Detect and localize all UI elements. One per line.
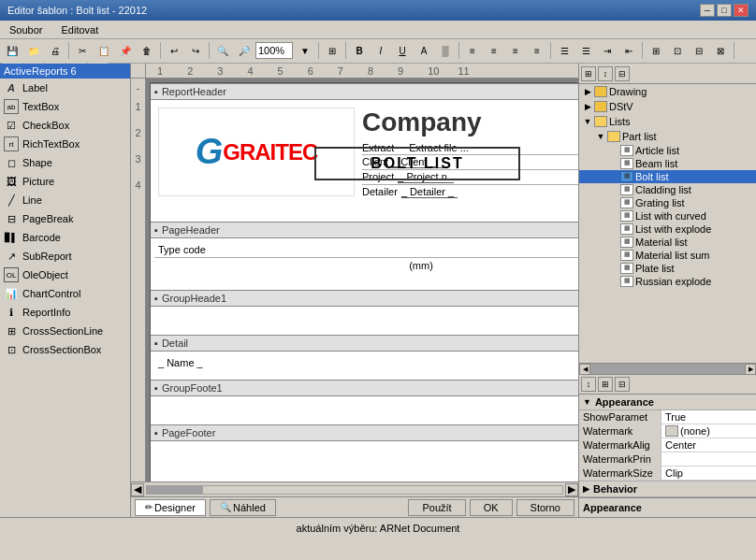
group-header-section-label[interactable]: ▪ GroupHeade1: [151, 290, 578, 307]
menu-editovat[interactable]: Editovat: [55, 23, 104, 36]
minimize-button[interactable]: ─: [700, 4, 715, 17]
list1-button[interactable]: ☰: [554, 41, 574, 60]
highlight-button[interactable]: ▒: [435, 41, 456, 60]
extra2-button[interactable]: ⊡: [667, 41, 688, 60]
tool-textbox[interactable]: ab TextBox: [0, 97, 130, 116]
close-button[interactable]: ✕: [734, 4, 749, 17]
tree-list-curved[interactable]: ▦ List with curved: [579, 209, 756, 223]
bold-button[interactable]: B: [349, 41, 370, 60]
tree-article-list[interactable]: ▦ Article list: [579, 144, 756, 157]
group-header-content: [151, 307, 578, 335]
paste-button[interactable]: 📌: [115, 41, 136, 60]
page-header-section-label[interactable]: ▪ PageHeader: [151, 222, 578, 238]
extra4-button[interactable]: ⊠: [710, 41, 731, 60]
copy-button[interactable]: 📋: [94, 41, 114, 60]
list2-button[interactable]: ☰: [575, 41, 596, 60]
extra1-button[interactable]: ⊞: [646, 41, 666, 60]
align-justify-button[interactable]: ≡: [527, 41, 547, 60]
behavior-header[interactable]: ▶ Behavior: [579, 481, 756, 497]
prop-value-1[interactable]: (none): [662, 424, 756, 438]
tree-lists[interactable]: ▼ Lists: [579, 114, 756, 129]
tree-btn2[interactable]: ↕: [598, 66, 613, 81]
designer-tab[interactable]: ✏ Designer: [135, 499, 206, 516]
preview-tab[interactable]: 🔍 Náhled: [210, 499, 276, 516]
tool-oleobject[interactable]: OL OleObject: [0, 266, 130, 284]
tree-btn3[interactable]: ⊟: [615, 66, 630, 81]
tool-reportinfo[interactable]: ℹ ReportInfo: [0, 303, 130, 322]
tree-part-list[interactable]: ▼ Part list: [579, 129, 756, 144]
tree-material-list[interactable]: ▦ Material list: [579, 236, 756, 249]
save-button[interactable]: 💾: [2, 41, 22, 60]
indent-button[interactable]: ⇥: [597, 41, 618, 60]
cancel-button[interactable]: Storno: [516, 499, 574, 516]
menu-soubor[interactable]: Soubor: [4, 23, 48, 36]
use-button[interactable]: Použít: [408, 499, 465, 516]
tree-dstv[interactable]: ▶ DStV: [579, 99, 756, 114]
report-area[interactable]: - 1 2 3 4 ▪ ReportHeader: [131, 79, 578, 481]
tree-russian-explode[interactable]: ▦ Russian explode: [579, 275, 756, 288]
underline-button[interactable]: U: [392, 41, 413, 60]
group-footer-section-label[interactable]: ▪ GroupFoote1: [151, 380, 578, 396]
properties-section: ▼ Appearance ShowParamet True Watermark …: [579, 395, 756, 497]
report-header-section-label[interactable]: ▪ ReportHeader: [151, 83, 578, 100]
props-btn3[interactable]: ⊟: [615, 377, 630, 392]
prop-value-4[interactable]: Clip: [662, 467, 756, 480]
appearance-label: Appearance: [595, 396, 654, 408]
print-button[interactable]: 🖨: [45, 41, 65, 60]
tree-scroll-track[interactable]: [590, 364, 745, 374]
tree-bolt-list[interactable]: ▦ Bolt list: [579, 170, 756, 183]
scroll-right-btn[interactable]: ▶: [565, 483, 578, 496]
tree-list-explode[interactable]: ▦ List with explode: [579, 223, 756, 236]
prop-value-2[interactable]: Center: [662, 438, 756, 452]
cut-button[interactable]: ✂: [72, 41, 93, 60]
zoom-in-button[interactable]: 🔎: [234, 41, 254, 60]
scroll-left-btn[interactable]: ◀: [131, 483, 144, 496]
align-center-button[interactable]: ≡: [484, 41, 504, 60]
open-button[interactable]: 📁: [23, 41, 44, 60]
tool-oleobject-text: OleObject: [22, 269, 68, 280]
tool-crosssectionbox[interactable]: ⊡ CrossSectionBox: [0, 340, 130, 359]
outdent-button[interactable]: ⇤: [618, 41, 639, 60]
redo-button[interactable]: ↪: [185, 41, 206, 60]
tool-crosssectionline[interactable]: ⊞ CrossSectionLine: [0, 322, 130, 340]
prop-value-3[interactable]: [662, 452, 756, 466]
tool-chartcontrol[interactable]: 📊 ChartControl: [0, 284, 130, 303]
tree-drawing[interactable]: ▶ Drawing: [579, 84, 756, 99]
tool-shape[interactable]: ◻ Shape: [0, 153, 130, 172]
align-right-button[interactable]: ≡: [505, 41, 526, 60]
tree-grating-list[interactable]: ▦ Grating list: [579, 196, 756, 209]
font-color-button[interactable]: A: [414, 41, 434, 60]
extra3-button[interactable]: ⊟: [689, 41, 709, 60]
zoom-input[interactable]: [255, 42, 293, 59]
ok-button[interactable]: OK: [470, 499, 513, 516]
tree-beam-list[interactable]: ▦ Beam list: [579, 157, 756, 170]
tool-richtextbox[interactable]: rt RichTextBox: [0, 135, 130, 153]
tool-label[interactable]: A Label: [0, 79, 130, 97]
zoom-dropdown[interactable]: ▼: [295, 41, 315, 60]
align-left-button[interactable]: ≡: [462, 41, 483, 60]
scroll-track[interactable]: [146, 485, 563, 495]
tool-checkbox[interactable]: ☑ CheckBox: [0, 116, 130, 135]
tool-subreport[interactable]: ↗ SubReport: [0, 247, 130, 266]
maximize-button[interactable]: □: [717, 4, 732, 17]
tool-line[interactable]: ╱ Line: [0, 191, 130, 209]
detail-section-label[interactable]: ▪ Detail: [151, 335, 578, 352]
tree-plate-list[interactable]: ▦ Plate list: [579, 262, 756, 275]
tree-btn1[interactable]: ⊞: [581, 66, 596, 81]
tool-picture[interactable]: 🖼 Picture: [0, 172, 130, 191]
tree-cladding-list[interactable]: ▦ Cladding list: [579, 183, 756, 196]
tool-pagebreak[interactable]: ⊟ PageBreak: [0, 209, 130, 228]
undo-button[interactable]: ↩: [164, 41, 184, 60]
page-footer-section-label[interactable]: ▪ PageFooter: [151, 424, 578, 441]
tool-crosssectionbox-text: CrossSectionBox: [22, 344, 101, 355]
tree-material-sum[interactable]: ▦ Material list sum: [579, 249, 756, 262]
prop-value-0[interactable]: True: [662, 410, 756, 424]
italic-button[interactable]: I: [371, 41, 391, 60]
props-btn1[interactable]: ↕: [581, 377, 596, 392]
props-btn2[interactable]: ⊞: [598, 377, 613, 392]
delete-button[interactable]: 🗑: [137, 41, 157, 60]
tool-barcode[interactable]: ▊▌ Barcode: [0, 228, 130, 247]
zoom-out-button[interactable]: 🔍: [212, 41, 233, 60]
fit-button[interactable]: ⊞: [322, 41, 342, 60]
tool-line-text: Line: [22, 194, 42, 206]
